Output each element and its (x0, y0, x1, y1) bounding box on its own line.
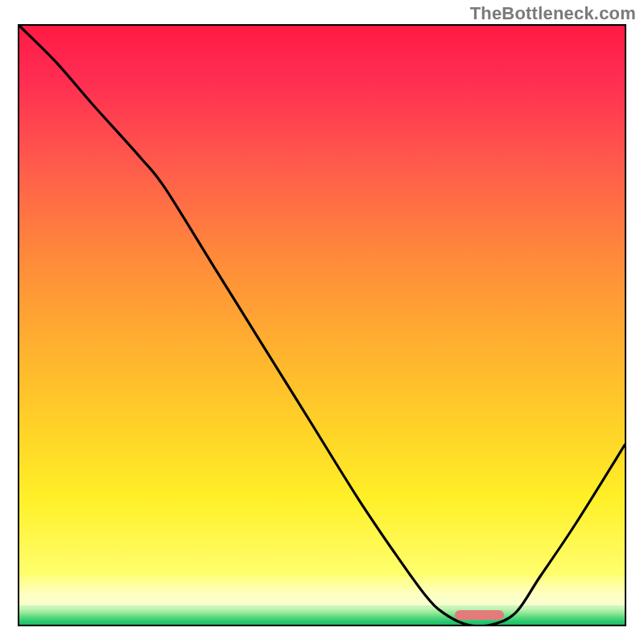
chart-frame: TheBottleneck.com (0, 0, 644, 644)
optimal-range-marker (455, 610, 503, 620)
paleyellow-band (19, 576, 625, 605)
plot-area (18, 24, 626, 626)
watermark-text: TheBottleneck.com (470, 3, 636, 24)
green-band (19, 605, 625, 625)
gradient-background (19, 26, 625, 576)
